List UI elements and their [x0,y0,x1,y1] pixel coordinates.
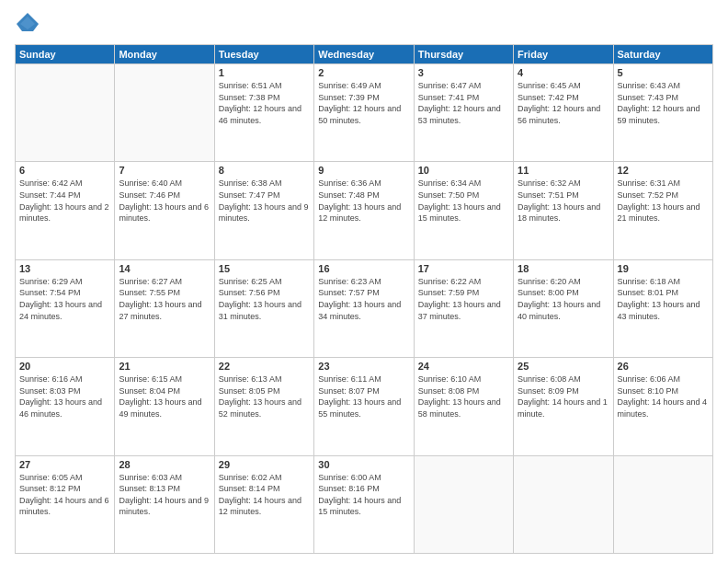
calendar-cell [16,64,115,162]
calendar-cell: 8Sunrise: 6:38 AM Sunset: 7:47 PM Daylig… [214,162,313,259]
day-detail: Sunrise: 6:29 AM Sunset: 7:54 PM Dayligh… [19,276,110,322]
day-detail: Sunrise: 6:00 AM Sunset: 8:16 PM Dayligh… [318,472,409,518]
day-detail: Sunrise: 6:02 AM Sunset: 8:14 PM Dayligh… [219,472,310,518]
calendar-week-row: 1Sunrise: 6:51 AM Sunset: 7:38 PM Daylig… [16,64,713,162]
weekday-header-row: SundayMondayTuesdayWednesdayThursdayFrid… [16,45,713,64]
day-number: 30 [318,459,409,470]
calendar-cell [115,64,214,162]
calendar-cell [613,455,712,553]
day-detail: Sunrise: 6:45 AM Sunset: 7:42 PM Dayligh… [518,80,609,126]
weekday-header-friday: Friday [514,45,613,64]
day-detail: Sunrise: 6:38 AM Sunset: 7:47 PM Dayligh… [219,178,310,224]
day-detail: Sunrise: 6:23 AM Sunset: 7:57 PM Dayligh… [318,276,409,322]
weekday-header-sunday: Sunday [16,45,115,64]
day-number: 19 [618,263,709,274]
day-detail: Sunrise: 6:25 AM Sunset: 7:56 PM Dayligh… [219,276,310,322]
day-detail: Sunrise: 6:18 AM Sunset: 8:01 PM Dayligh… [618,276,709,322]
day-number: 12 [618,165,709,176]
calendar-cell: 18Sunrise: 6:20 AM Sunset: 8:00 PM Dayli… [514,259,613,357]
day-detail: Sunrise: 6:36 AM Sunset: 7:48 PM Dayligh… [318,178,409,224]
day-number: 24 [418,361,509,372]
day-detail: Sunrise: 6:15 AM Sunset: 8:04 PM Dayligh… [119,373,210,419]
day-number: 18 [518,263,609,274]
calendar-cell: 16Sunrise: 6:23 AM Sunset: 7:57 PM Dayli… [314,259,414,357]
day-number: 8 [219,165,310,176]
calendar-week-row: 20Sunrise: 6:16 AM Sunset: 8:03 PM Dayli… [16,358,713,455]
day-detail: Sunrise: 6:27 AM Sunset: 7:55 PM Dayligh… [119,276,210,322]
day-number: 13 [19,263,110,274]
day-detail: Sunrise: 6:13 AM Sunset: 8:05 PM Dayligh… [219,373,310,419]
calendar-table: SundayMondayTuesdayWednesdayThursdayFrid… [15,44,713,554]
day-detail: Sunrise: 6:20 AM Sunset: 8:00 PM Dayligh… [518,276,609,322]
day-detail: Sunrise: 6:06 AM Sunset: 8:10 PM Dayligh… [618,373,709,419]
calendar-week-row: 13Sunrise: 6:29 AM Sunset: 7:54 PM Dayli… [16,259,713,357]
day-detail: Sunrise: 6:51 AM Sunset: 7:38 PM Dayligh… [219,80,310,126]
calendar-cell: 4Sunrise: 6:45 AM Sunset: 7:42 PM Daylig… [514,64,613,162]
day-detail: Sunrise: 6:47 AM Sunset: 7:41 PM Dayligh… [418,80,509,126]
calendar-cell: 2Sunrise: 6:49 AM Sunset: 7:39 PM Daylig… [314,64,414,162]
weekday-header-monday: Monday [115,45,214,64]
weekday-header-saturday: Saturday [613,45,712,64]
calendar-cell: 25Sunrise: 6:08 AM Sunset: 8:09 PM Dayli… [514,358,613,455]
calendar-cell: 23Sunrise: 6:11 AM Sunset: 8:07 PM Dayli… [314,358,414,455]
calendar-cell: 27Sunrise: 6:05 AM Sunset: 8:12 PM Dayli… [16,455,115,553]
calendar-cell: 12Sunrise: 6:31 AM Sunset: 7:52 PM Dayli… [613,162,712,259]
day-detail: Sunrise: 6:49 AM Sunset: 7:39 PM Dayligh… [318,80,409,126]
logo-icon [15,11,40,37]
day-number: 27 [19,459,110,470]
day-detail: Sunrise: 6:05 AM Sunset: 8:12 PM Dayligh… [19,472,110,518]
day-number: 16 [318,263,409,274]
day-number: 17 [418,263,509,274]
day-number: 15 [219,263,310,274]
day-detail: Sunrise: 6:22 AM Sunset: 7:59 PM Dayligh… [418,276,509,322]
day-number: 9 [318,165,409,176]
calendar-cell: 9Sunrise: 6:36 AM Sunset: 7:48 PM Daylig… [314,162,414,259]
calendar-cell: 20Sunrise: 6:16 AM Sunset: 8:03 PM Dayli… [16,358,115,455]
day-number: 23 [318,361,409,372]
calendar-cell: 1Sunrise: 6:51 AM Sunset: 7:38 PM Daylig… [214,64,313,162]
page: SundayMondayTuesdayWednesdayThursdayFrid… [0,0,728,563]
day-detail: Sunrise: 6:08 AM Sunset: 8:09 PM Dayligh… [518,373,609,419]
day-detail: Sunrise: 6:11 AM Sunset: 8:07 PM Dayligh… [318,373,409,419]
calendar-cell: 30Sunrise: 6:00 AM Sunset: 8:16 PM Dayli… [314,455,414,553]
day-number: 29 [219,459,310,470]
day-number: 3 [418,67,509,78]
calendar-week-row: 27Sunrise: 6:05 AM Sunset: 8:12 PM Dayli… [16,455,713,553]
day-detail: Sunrise: 6:40 AM Sunset: 7:46 PM Dayligh… [119,178,210,224]
day-number: 14 [119,263,210,274]
calendar-cell: 29Sunrise: 6:02 AM Sunset: 8:14 PM Dayli… [214,455,313,553]
logo [15,11,44,37]
calendar-cell: 7Sunrise: 6:40 AM Sunset: 7:46 PM Daylig… [115,162,214,259]
day-detail: Sunrise: 6:32 AM Sunset: 7:51 PM Dayligh… [518,178,609,224]
calendar-cell: 28Sunrise: 6:03 AM Sunset: 8:13 PM Dayli… [115,455,214,553]
day-number: 6 [19,165,110,176]
calendar-week-row: 6Sunrise: 6:42 AM Sunset: 7:44 PM Daylig… [16,162,713,259]
calendar-cell: 19Sunrise: 6:18 AM Sunset: 8:01 PM Dayli… [613,259,712,357]
day-number: 25 [518,361,609,372]
day-number: 7 [119,165,210,176]
day-number: 10 [418,165,509,176]
calendar-cell: 21Sunrise: 6:15 AM Sunset: 8:04 PM Dayli… [115,358,214,455]
day-number: 11 [518,165,609,176]
calendar-cell: 6Sunrise: 6:42 AM Sunset: 7:44 PM Daylig… [16,162,115,259]
calendar-cell: 24Sunrise: 6:10 AM Sunset: 8:08 PM Dayli… [414,358,513,455]
calendar-cell: 22Sunrise: 6:13 AM Sunset: 8:05 PM Dayli… [214,358,313,455]
calendar-cell: 13Sunrise: 6:29 AM Sunset: 7:54 PM Dayli… [16,259,115,357]
day-detail: Sunrise: 6:10 AM Sunset: 8:08 PM Dayligh… [418,373,509,419]
header [15,11,713,37]
day-number: 26 [618,361,709,372]
day-detail: Sunrise: 6:43 AM Sunset: 7:43 PM Dayligh… [618,80,709,126]
day-detail: Sunrise: 6:34 AM Sunset: 7:50 PM Dayligh… [418,178,509,224]
day-number: 5 [618,67,709,78]
weekday-header-wednesday: Wednesday [314,45,414,64]
day-detail: Sunrise: 6:03 AM Sunset: 8:13 PM Dayligh… [119,472,210,518]
calendar-cell: 15Sunrise: 6:25 AM Sunset: 7:56 PM Dayli… [214,259,313,357]
day-detail: Sunrise: 6:16 AM Sunset: 8:03 PM Dayligh… [19,373,110,419]
day-number: 22 [219,361,310,372]
day-number: 4 [518,67,609,78]
calendar-cell: 26Sunrise: 6:06 AM Sunset: 8:10 PM Dayli… [613,358,712,455]
day-number: 21 [119,361,210,372]
calendar-cell: 17Sunrise: 6:22 AM Sunset: 7:59 PM Dayli… [414,259,513,357]
day-number: 2 [318,67,409,78]
calendar-cell: 14Sunrise: 6:27 AM Sunset: 7:55 PM Dayli… [115,259,214,357]
